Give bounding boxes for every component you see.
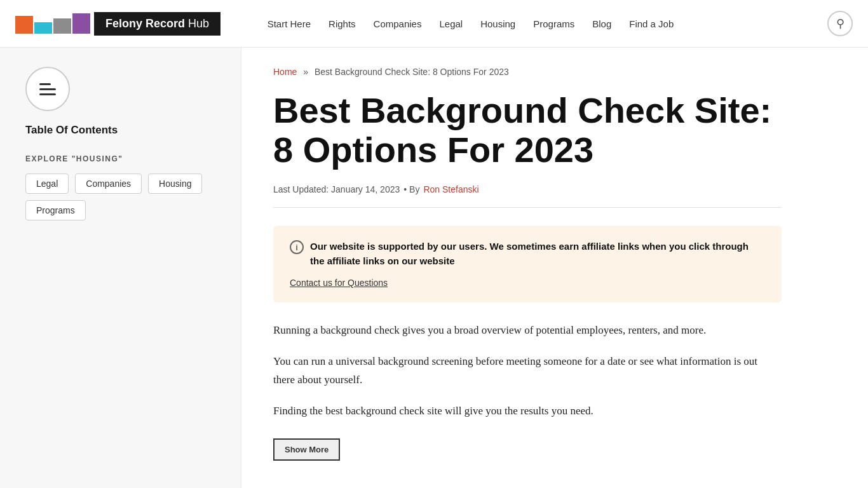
body-para-2: You can run a universal background scree…	[273, 353, 782, 390]
meta-author[interactable]: Ron Stefanski	[423, 184, 478, 194]
show-more-button[interactable]: Show More	[273, 438, 340, 461]
disclaimer-text: Our website is supported by our users. W…	[310, 240, 765, 268]
breadcrumb: Home » Best Background Check Site: 8 Opt…	[273, 67, 782, 77]
nav-start-here[interactable]: Start Here	[268, 18, 311, 29]
main-content: Home » Best Background Check Site: 8 Opt…	[241, 48, 813, 488]
logo-suffix: Hub	[185, 17, 209, 30]
tag-group: Legal Companies Housing Programs	[25, 173, 215, 220]
explore-label: EXPLORE "HOUSING"	[25, 154, 215, 163]
nav-blog[interactable]: Blog	[592, 18, 611, 29]
nav-housing[interactable]: Housing	[480, 18, 515, 29]
toc-icon-circle	[25, 67, 70, 111]
hamburger-line-2	[39, 88, 56, 90]
hamburger-line-1	[39, 83, 51, 85]
toc-hamburger-icon	[39, 83, 56, 95]
nav-legal[interactable]: Legal	[439, 18, 463, 29]
tag-companies[interactable]: Companies	[75, 173, 142, 194]
nav-find-a-job[interactable]: Find a Job	[629, 18, 674, 29]
main-nav: Start Here Rights Companies Legal Housin…	[268, 18, 674, 29]
logo-icon: Felony Record Hub	[15, 4, 114, 43]
logo-sq4	[72, 13, 90, 34]
nav-rights[interactable]: Rights	[329, 18, 356, 29]
breadcrumb-home[interactable]: Home	[273, 67, 297, 77]
toc-title: Table Of Contents	[25, 124, 215, 137]
logo-sq2	[34, 22, 52, 34]
logo-text: Felony Record Hub	[105, 17, 209, 30]
logo-sq1	[15, 16, 33, 34]
meta-updated: Last Updated: January 14, 2023	[273, 184, 400, 194]
search-button[interactable]: ⚲	[827, 11, 853, 36]
sidebar: Table Of Contents EXPLORE "HOUSING" Lega…	[0, 48, 241, 488]
article-title: Best Background Check Site: 8 Options Fo…	[273, 91, 782, 169]
logo-brand: Felony Record	[105, 17, 185, 30]
logo-area: Felony Record Hub	[15, 4, 114, 43]
breadcrumb-separator: »	[303, 67, 308, 77]
disclaimer-link[interactable]: Contact us for Questions	[290, 278, 388, 288]
tag-programs[interactable]: Programs	[25, 200, 86, 220]
info-icon: i	[290, 240, 304, 254]
hamburger-line-3	[39, 93, 56, 95]
breadcrumb-current: Best Background Check Site: 8 Options Fo…	[315, 67, 509, 77]
search-icon: ⚲	[836, 17, 844, 30]
page-wrapper: Table Of Contents EXPLORE "HOUSING" Lega…	[0, 48, 868, 488]
logo-squares	[15, 13, 90, 34]
body-para-3: Finding the best background check site w…	[273, 402, 782, 421]
tag-housing[interactable]: Housing	[148, 173, 202, 194]
meta-by: • By	[403, 184, 419, 194]
nav-programs[interactable]: Programs	[533, 18, 574, 29]
disclaimer-header: i Our website is supported by our users.…	[290, 240, 765, 268]
logo-sq3	[53, 18, 71, 34]
disclaimer-box: i Our website is supported by our users.…	[273, 226, 782, 302]
body-para-1: Running a background check gives you a b…	[273, 322, 782, 340]
logo-text-area: Felony Record Hub	[94, 12, 220, 36]
tag-legal[interactable]: Legal	[25, 173, 69, 194]
site-header: Felony Record Hub Start Here Rights Comp…	[0, 0, 868, 48]
nav-companies[interactable]: Companies	[374, 18, 422, 29]
article-meta: Last Updated: January 14, 2023 • By Ron …	[273, 184, 782, 208]
